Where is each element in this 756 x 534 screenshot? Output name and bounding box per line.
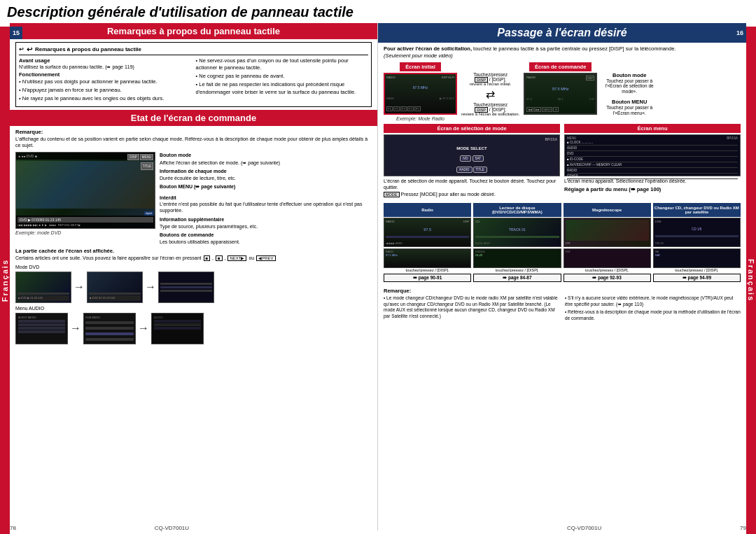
mode-select-screen: BP/1SA MODE SELECT tVD SAT RADIO TITLE [384, 134, 560, 176]
page-num-right: CQ-VD7001U 79 [567, 525, 746, 531]
section-num-right: 16 [734, 27, 746, 39]
changeur-screen-2: XM SAT [653, 248, 741, 268]
radio-block: Radio RADIODSP 97.5 ◀◀▶▶BAND [384, 203, 471, 283]
remark-item-1: N'utilisez pas vos doigts pour actionner… [19, 78, 192, 85]
dvd-screen: ● ●● DVD ■ 2:56 DISP MENU [15, 152, 155, 229]
lecteur-screen-2: DVD/CD 01:23 [473, 248, 561, 268]
passage-instruction: Pour activer l'écran de sollicitation, t… [384, 45, 741, 59]
etat-header: Etat de l'écran de commande [10, 110, 377, 126]
arrow-right-audio-2: → [138, 322, 149, 335]
remarque-label: Remarque: [384, 288, 741, 294]
magneto-screen-2: VTR [564, 248, 651, 268]
arrow-right-1: → [74, 281, 85, 293]
ecran-commande-label: Écran de commande [529, 62, 592, 71]
remark-item-5: Ne cognez pas le panneau de avant. [196, 73, 369, 80]
remark-item-2: N'appuyez jamais en force sur le panneau… [19, 87, 192, 94]
exemple-radio: Exemple: Mode Radio [396, 116, 444, 121]
arrow-right-2: → [145, 281, 156, 293]
touchez-pressez-2: Touchez/pressez DISP / [DISP]; revient à… [461, 102, 519, 117]
exemple-dvd: Exemple: mode DVD [15, 230, 155, 235]
ecran-commande-screen: RADIODSP 97.5 MHz 97.590.11:07 ◀◀ ▶▶ BAN… [524, 73, 597, 115]
touchez-pressez-1: Touchez/pressez DISP / [DISP]; revient à… [470, 72, 511, 87]
etat-content: Remarque: L'affichage du contenu et de s… [10, 126, 377, 531]
remark-item-4: Ne servez-vous pas d'un crayon ou de tou… [196, 57, 369, 71]
reglage-label: Réglage à partir du menu (➠ page 100) [564, 186, 741, 192]
bouton-mode-block: Bouton mode Touchez pour passer à l'«Écr… [601, 72, 657, 94]
remark-item-6: Le fait de ne pas respecter les indicati… [196, 81, 369, 95]
menu-screen: MENU BP/1SA ■ CLOCK ............. AUDIO … [564, 134, 741, 176]
arrow-right-audio-1: → [70, 322, 81, 335]
lecteur-screen: CD TRACK 01 01:23 / 45:67 [473, 218, 561, 247]
mode-dvd-screen-3 [158, 272, 214, 303]
side-label-left: Français [0, 27, 10, 534]
dvd-annotations: Bouton mode Affiche l'écran de sélection… [160, 152, 372, 245]
hidden-desc: Certains articles ont une suite. Vous po… [15, 255, 372, 262]
right-content: Pour activer l'écran de sollicitation, t… [378, 43, 746, 531]
mode-dvd-screen-1: ■ DVD ▶ 01:23:145 [15, 272, 71, 303]
main-title: Description générale d'utilisation de pa… [0, 0, 756, 23]
remarks-col-right: Ne servez-vous pas d'un crayon ou de tou… [196, 57, 369, 104]
magneto-block: Magnétoscope VTR VTR [564, 203, 651, 283]
remark-item-3: Ne rayez pas le panneau avec les ongles … [19, 95, 192, 102]
quad-screens: Radio RADIODSP 97.5 ◀◀▶▶BAND [384, 203, 741, 283]
bouton-menu-block: Bouton MENU Touchez pour passer à l'«Écr… [601, 99, 657, 116]
magneto-screen: VTR [564, 218, 651, 247]
remarks-col-left: Avant usage N'utilisez la surface du pan… [19, 57, 192, 104]
ecran-initial-label: Écran initial [400, 62, 441, 71]
audio-screen-2: SUB MENU [83, 313, 136, 344]
ecran-initial-screen: RADIODSP HI-FI 97.5 MHz BAND▶ 97.5 90.1 … [384, 73, 457, 115]
audio-screen-3: AUDIO [151, 313, 204, 344]
audio-screen-1: AUDIO MENU [15, 313, 68, 344]
side-label-right: Français [746, 27, 756, 534]
changeur-block: Changeur CD, changeur DVD ou Radio XM pa… [653, 203, 741, 283]
page-footer: 78 CQ-VD7001U CQ-VD7001U [10, 525, 746, 531]
avant-usage-text: N'utilisez la surface du panneau tactile… [19, 64, 192, 70]
lecteur-block: Lecteur de disque (DVD/VCD/CD/MP3/WMA) C… [473, 203, 561, 283]
ecran-menu-block: Écran menu MENU BP/1SA ■ CLOCK .........… [564, 124, 741, 197]
remarques-box: ↩ Remarques à propos du panneau tactile … [15, 42, 372, 107]
radio-screen: RADIODSP 97.5 ◀◀▶▶BAND [384, 218, 471, 247]
bottom-remarks: • Le mode changeur CD/changeur DVD ou le… [384, 295, 741, 321]
remarques-header: Remarques à propos du panneau tactile [10, 23, 377, 39]
remarques-title: ↩ Remarques à propos du panneau tactile [19, 45, 368, 55]
hidden-label: La partie cachée de l'écran est affichée… [15, 248, 372, 254]
ecran-selection-block: Écran de sélection de mode BP/1SA MODE S… [384, 124, 560, 197]
changeur-screen: CHG CD 1/6 TRK 03 [653, 218, 741, 247]
mode-dvd-screen-2: ■ DVD 02 01:23:145 [87, 272, 143, 303]
passage-header: Passage à l'écran désiré [378, 23, 746, 43]
page-num-left: 78 CQ-VD7001U [10, 525, 189, 531]
radio-screen-2: RADIO 97.5 MHz [384, 248, 471, 268]
section-num-left: 15 [10, 27, 22, 39]
